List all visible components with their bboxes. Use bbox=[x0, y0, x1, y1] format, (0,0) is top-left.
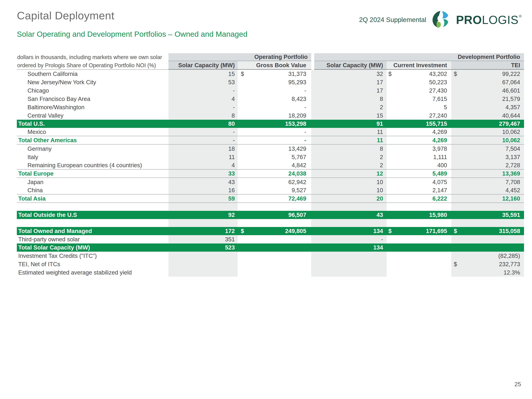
cell-dev-solar-capacity-mw: 11 bbox=[314, 136, 386, 145]
table-row: Estimated weighted average stabilized yi… bbox=[17, 268, 524, 277]
cell-dev-current-investment bbox=[386, 219, 451, 227]
cell-op-gross-book-value: 5,767 bbox=[238, 153, 311, 161]
section-gap bbox=[311, 252, 314, 260]
cell-op-solar-capacity-mw: 172 bbox=[168, 227, 238, 235]
cell-value: 24,038 bbox=[288, 170, 306, 177]
cell-dev-tei: $232,773 bbox=[451, 260, 524, 268]
total-row: Total Owned and Managed172$249,805134$17… bbox=[17, 227, 524, 235]
cell-value: - bbox=[304, 104, 306, 111]
dollar-sign: $ bbox=[388, 228, 392, 234]
group-development-portfolio: Development Portfolio bbox=[314, 53, 524, 61]
cell-dev-solar-capacity-mw: 12 bbox=[314, 170, 386, 178]
row-label: Central Valley bbox=[17, 111, 168, 120]
cell-dev-solar-capacity-mw: 10 bbox=[314, 186, 386, 195]
section-gap bbox=[311, 128, 314, 136]
cell-value: 15,980 bbox=[429, 212, 447, 218]
row-label: China bbox=[17, 186, 168, 195]
cell-dev-solar-capacity-mw bbox=[314, 203, 386, 211]
row-label: Total Asia bbox=[17, 195, 168, 203]
cell-value: 10 bbox=[376, 187, 383, 194]
cell-value: 4,269 bbox=[432, 137, 447, 144]
cell-op-solar-capacity-mw: 59 bbox=[168, 195, 238, 203]
cell-value: 46,601 bbox=[502, 87, 520, 94]
row-label: Baltimore/Washington bbox=[17, 103, 168, 111]
table-row: TEI, Net of ITCs$232,773 bbox=[17, 260, 524, 268]
cell-op-gross-book-value: 13,429 bbox=[238, 145, 311, 153]
cell-op-gross-book-value: 96,507 bbox=[238, 211, 311, 219]
cell-dev-solar-capacity-mw bbox=[314, 252, 386, 260]
cell-op-gross-book-value bbox=[238, 260, 311, 268]
cell-value: 95,293 bbox=[288, 79, 306, 86]
dollar-sign: $ bbox=[454, 228, 457, 234]
cell-value: 172 bbox=[225, 228, 235, 234]
cell-value: 13,369 bbox=[502, 170, 520, 177]
cell-dev-tei: 2,728 bbox=[451, 161, 524, 170]
cell-op-gross-book-value bbox=[238, 268, 311, 277]
cell-value: 43,202 bbox=[429, 70, 447, 77]
cell-dev-solar-capacity-mw: 134 bbox=[314, 227, 386, 235]
cell-value: - bbox=[304, 87, 306, 94]
cell-value: 351 bbox=[225, 236, 235, 243]
cell-value: 134 bbox=[373, 228, 383, 234]
row-label: Remaining European countries (4 countrie… bbox=[17, 161, 168, 170]
cell-dev-solar-capacity-mw: 10 bbox=[314, 178, 386, 186]
cell-op-solar-capacity-mw: 80 bbox=[168, 120, 238, 128]
section-gap bbox=[311, 70, 314, 78]
cell-op-gross-book-value: 72,469 bbox=[238, 195, 311, 203]
cell-value: 80 bbox=[228, 120, 235, 127]
section-gap bbox=[311, 161, 314, 170]
cell-value: 11 bbox=[377, 129, 383, 135]
wordmark-rest: LOGIS bbox=[482, 13, 519, 27]
section-gap bbox=[311, 186, 314, 195]
cell-dev-tei: 40,644 bbox=[451, 111, 524, 120]
cell-dev-solar-capacity-mw: - bbox=[314, 235, 386, 243]
cell-value: 13,429 bbox=[288, 146, 306, 152]
cell-op-gross-book-value: 18,209 bbox=[238, 111, 311, 120]
cell-value: (82,285) bbox=[498, 253, 520, 259]
cell-value: 249,805 bbox=[285, 228, 306, 234]
cell-value: 232,773 bbox=[499, 261, 520, 268]
cell-op-solar-capacity-mw: - bbox=[168, 103, 238, 111]
cell-value: 4,075 bbox=[432, 179, 447, 185]
cell-op-solar-capacity-mw: 16 bbox=[168, 186, 238, 195]
cell-value: 9,527 bbox=[291, 187, 306, 194]
section-gap bbox=[311, 211, 314, 219]
registered-mark: ® bbox=[519, 14, 522, 18]
cell-dev-tei: 4,452 bbox=[451, 186, 524, 195]
cell-op-solar-capacity-mw: 43 bbox=[168, 178, 238, 186]
section-gap bbox=[311, 78, 314, 86]
cell-dev-solar-capacity-mw: 17 bbox=[314, 86, 386, 95]
report-header: 2Q 2024 Supplemental PROLOGIS® bbox=[359, 11, 522, 29]
cell-value: 11 bbox=[229, 154, 235, 160]
row-label: Mexico bbox=[17, 128, 168, 136]
row-label: Total Outside the U.S bbox=[17, 211, 168, 219]
cell-op-gross-book-value: 8,423 bbox=[238, 95, 311, 103]
cell-value: 67,064 bbox=[502, 79, 520, 86]
cell-value: 91 bbox=[376, 120, 383, 127]
cell-dev-solar-capacity-mw: 134 bbox=[314, 243, 386, 252]
cell-dev-solar-capacity-mw: 2 bbox=[314, 161, 386, 170]
cell-dev-solar-capacity-mw bbox=[314, 260, 386, 268]
section-gap bbox=[311, 153, 314, 161]
row-label bbox=[17, 219, 168, 227]
cell-value: 92 bbox=[228, 212, 235, 218]
row-label: Estimated weighted average stabilized yi… bbox=[17, 268, 168, 277]
cell-value: 11 bbox=[377, 137, 383, 144]
row-label: Southern California bbox=[17, 70, 168, 78]
cell-op-gross-book-value: - bbox=[238, 103, 311, 111]
table-note-line2: ordered by Prologis Share of Operating P… bbox=[17, 61, 168, 70]
cell-op-solar-capacity-mw: 18 bbox=[168, 145, 238, 153]
cell-dev-current-investment: 5,489 bbox=[386, 170, 451, 178]
cell-op-gross-book-value: - bbox=[238, 128, 311, 136]
cell-dev-current-investment: 4,075 bbox=[386, 178, 451, 186]
table-row: Total Asia5972,469206,22212,160 bbox=[17, 195, 524, 203]
cell-op-gross-book-value: - bbox=[238, 136, 311, 145]
cell-dev-tei: 10,062 bbox=[451, 136, 524, 145]
section-gap bbox=[311, 178, 314, 186]
cell-dev-solar-capacity-mw bbox=[314, 268, 386, 277]
table-row: Japan4362,942104,0757,708 bbox=[17, 178, 524, 186]
row-label: Third-party owned solar bbox=[17, 235, 168, 243]
wordmark-bold: PRO bbox=[456, 13, 482, 27]
cell-value: 33 bbox=[228, 170, 235, 177]
table-note: dollars in thousands, including markets … bbox=[17, 53, 168, 70]
